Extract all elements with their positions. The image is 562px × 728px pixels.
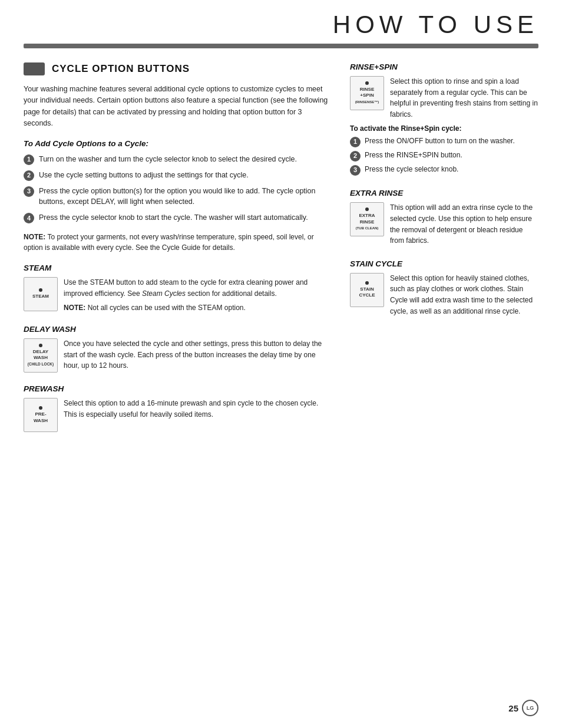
step-3: 3 Press the cycle option button(s) for t… — [24, 186, 332, 208]
step-1: 1 Turn on the washer and turn the cycle … — [24, 154, 332, 165]
step-num-4: 4 — [24, 213, 34, 223]
prewash-option: PREWASH PRE-WASH Select this option to a… — [24, 384, 332, 432]
rinse-spin-text: Select this option to rinse and spin a l… — [390, 76, 538, 120]
steam-option: STEAM STEAM Use the STEAM button to add … — [24, 263, 332, 313]
rinse-dot — [365, 81, 369, 85]
rinse-spin-image: RINSE+SPIN(RINSENSE™) — [350, 76, 384, 110]
rinse-step-3: 3 Press the cycle selector knob. — [350, 164, 538, 176]
header-bar — [24, 44, 538, 48]
delay-wash-image: DELAYWASH(CHILD LOCK) — [24, 338, 58, 373]
prewash-heading: PREWASH — [24, 384, 332, 393]
page-number: 25 — [508, 703, 518, 713]
prewash-body: PRE-WASH Select this option to add a 16-… — [24, 398, 332, 432]
section-heading-box — [24, 62, 45, 75]
prewash-image: PRE-WASH — [24, 398, 58, 432]
steam-text: Use the STEAM button to add steam to the… — [64, 277, 332, 299]
stain-cycle-image: STAINCYCLE — [350, 273, 384, 307]
rinse-spin-option: RINSE+SPIN RINSE+SPIN(RINSENSE™) Select … — [350, 62, 538, 176]
add-cycle-heading: To Add Cycle Options to a Cycle: — [24, 139, 332, 148]
delay-wash-text: Once you have selected the cycle and oth… — [64, 338, 332, 371]
prewash-text: Select this option to add a 16-minute pr… — [64, 398, 332, 420]
step-num-2: 2 — [24, 170, 34, 181]
extra-rinse-body: EXTRARINSE(TUB CLEAN) This option will a… — [350, 202, 538, 246]
section-note: NOTE: To protect your garments, not ever… — [24, 232, 332, 253]
rinse-spin-body: RINSE+SPIN(RINSENSE™) Select this option… — [350, 76, 538, 120]
delay-wash-option: DELAY WASH DELAYWASH(CHILD LOCK) Once yo… — [24, 325, 332, 373]
extra-rinse-option: EXTRA RINSE EXTRARINSE(TUB CLEAN) This o… — [350, 189, 538, 246]
page-title: HOW TO USE — [333, 11, 538, 39]
rinse-activate-steps: 1 Press the ON/OFF button to turn on the… — [350, 136, 538, 176]
step-1-text: Turn on the washer and turn the cycle se… — [39, 154, 297, 165]
rinse-step-1-text: Press the ON/OFF button to turn on the w… — [365, 136, 515, 146]
steam-body: STEAM Use the STEAM button to add steam … — [24, 277, 332, 313]
prewash-dot — [39, 406, 42, 410]
delay-label: DELAYWASH(CHILD LOCK) — [28, 349, 54, 367]
extra-rinse-label: EXTRARINSE(TUB CLEAN) — [356, 213, 379, 230]
rinse-step-3-text: Press the cycle selector knob. — [365, 164, 458, 174]
rinse-step-1: 1 Press the ON/OFF button to turn on the… — [350, 136, 538, 147]
rinse-step-num-2: 2 — [350, 151, 361, 162]
stain-cycle-text: Select this option for heavily stained c… — [390, 273, 538, 317]
rinse-spin-text-block: Select this option to rinse and spin a l… — [390, 76, 538, 120]
section-heading-wrapper: CYCLE OPTION BUTTONS — [24, 62, 332, 75]
rinse-label: RINSE+SPIN(RINSENSE™) — [355, 87, 379, 104]
step-4-text: Press the cycle selector knob to start t… — [39, 212, 308, 223]
rinse-step-2: 2 Press the RINSE+SPIN button. — [350, 150, 538, 162]
prewash-label: PRE-WASH — [34, 411, 48, 423]
extra-rinse-dot — [365, 207, 369, 211]
rinse-spin-heading: RINSE+SPIN — [350, 62, 538, 71]
rinse-step-num-3: 3 — [350, 165, 361, 176]
steam-note: NOTE: Not all cycles can be used with th… — [64, 302, 332, 313]
rinse-activate-heading: To activate the Rinse+Spin cycle: — [350, 124, 538, 133]
main-content: CYCLE OPTION BUTTONS Your washing machin… — [0, 48, 562, 467]
delay-dot — [39, 344, 42, 347]
step-num-3: 3 — [24, 186, 34, 197]
steam-heading: STEAM — [24, 263, 332, 272]
stain-cycle-body: STAINCYCLE Select this option for heavil… — [350, 273, 538, 317]
stain-dot — [365, 281, 369, 285]
stain-cycle-heading: STAIN CYCLE — [350, 259, 538, 268]
section-note-text: To protect your garments, not every wash… — [24, 233, 314, 252]
right-column: RINSE+SPIN RINSE+SPIN(RINSENSE™) Select … — [350, 62, 538, 444]
extra-rinse-image: EXTRARINSE(TUB CLEAN) — [350, 202, 384, 236]
steam-text-block: Use the STEAM button to add steam to the… — [64, 277, 332, 313]
extra-rinse-heading: EXTRA RINSE — [350, 189, 538, 197]
stain-label: STAINCYCLE — [359, 286, 375, 298]
delay-wash-heading: DELAY WASH — [24, 325, 332, 334]
intro-text: Your washing machine features several ad… — [24, 84, 332, 130]
step-2: 2 Use the cycle setting buttons to adjus… — [24, 170, 332, 181]
step-4: 4 Press the cycle selector knob to start… — [24, 212, 332, 223]
rinse-step-num-1: 1 — [350, 137, 361, 147]
steps-list: 1 Turn on the washer and turn the cycle … — [24, 154, 332, 224]
page-header: HOW TO USE — [0, 0, 562, 39]
step-num-1: 1 — [24, 154, 34, 165]
steam-label: STEAM — [32, 294, 49, 299]
step-2-text: Use the cycle setting buttons to adjust … — [39, 170, 249, 181]
left-column: CYCLE OPTION BUTTONS Your washing machin… — [24, 62, 332, 444]
step-3-text: Press the cycle option button(s) for the… — [39, 186, 332, 208]
stain-cycle-option: STAIN CYCLE STAINCYCLE Select this optio… — [350, 259, 538, 317]
section-heading: CYCLE OPTION BUTTONS — [52, 63, 190, 75]
page-footer: 25 LG — [508, 700, 538, 716]
extra-rinse-text: This option will add an extra rinse cycl… — [390, 202, 538, 246]
steam-dot — [39, 288, 42, 292]
rinse-step-2-text: Press the RINSE+SPIN button. — [365, 150, 462, 160]
lg-logo: LG — [522, 700, 538, 716]
delay-wash-body: DELAYWASH(CHILD LOCK) Once you have sele… — [24, 338, 332, 373]
steam-image: STEAM — [24, 277, 58, 311]
